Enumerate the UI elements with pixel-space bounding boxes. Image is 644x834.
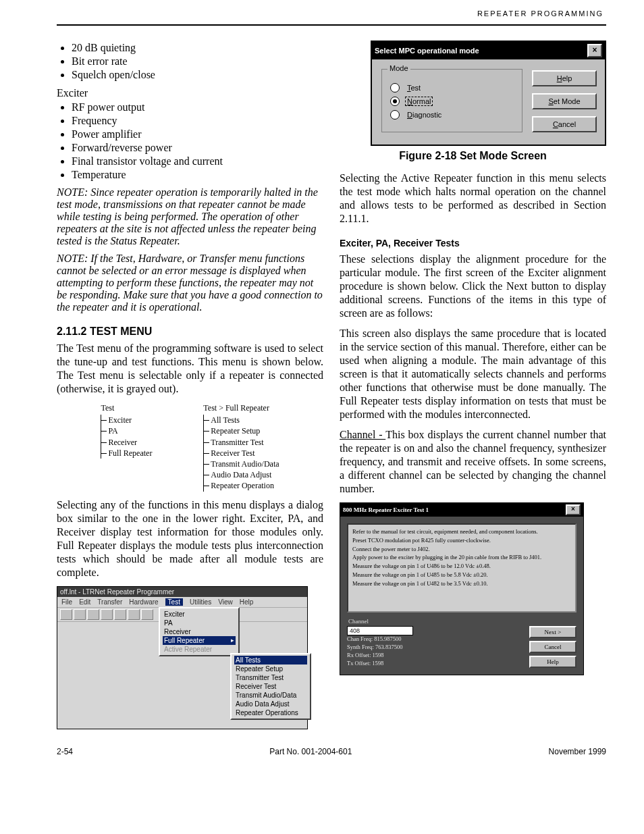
footer-left: 2-54 [57, 747, 73, 756]
list-item: Temperature [72, 169, 323, 181]
radio-icon[interactable] [390, 83, 400, 93]
dropdown-item-active-repeater: Active Repeater [163, 645, 236, 654]
p-active-repeater: Selecting the Active Repeater function i… [340, 172, 606, 226]
submenu-item-all-tests[interactable]: All Tests [234, 656, 307, 664]
list-item: RF power output [72, 101, 323, 113]
note-1: NOTE: Since repeater operation is tempor… [57, 186, 323, 247]
figure-label: Figure 2-18 Set Mode Screen [340, 150, 606, 162]
tree-item: Exciter [101, 415, 132, 425]
instruction-line: Apply power to the exciter by plugging i… [352, 553, 571, 562]
footer-right: November 1999 [549, 747, 606, 756]
list-item: Squelch open/close [72, 69, 323, 81]
radio-icon[interactable] [390, 110, 400, 120]
p-full-body: This screen also displays the same proce… [340, 327, 606, 421]
toolbar-button[interactable] [128, 609, 140, 620]
set-mode-button[interactable]: Set Mode [532, 93, 597, 109]
radio-icon[interactable] [390, 97, 400, 106]
note-2: NOTE: If the Test, Hardware, or Transfer… [57, 253, 323, 313]
radio-normal[interactable]: Normal [390, 97, 514, 106]
menu-edit[interactable]: Edit [79, 598, 90, 606]
dropdown-item-exciter[interactable]: Exciter [163, 610, 236, 619]
submenu-item-tx-audio-data[interactable]: Transmit Audio/Data [234, 691, 307, 700]
submenu-item-repeater-operations[interactable]: Repeater Operations [234, 708, 307, 717]
programmer-menubar[interactable]: File Edit Transfer Hardware Test Utiliti… [57, 597, 307, 608]
exciter-bullets: RF power output Frequency Power amplifie… [57, 101, 323, 181]
synth-freq: Synth Freq: 763.837500 [347, 644, 413, 652]
instruction-line: Measure the voltage on pin 1 of U485 to … [352, 571, 571, 579]
full-repeater-submenu[interactable]: All Tests Repeater Setup Transmitter Tes… [230, 653, 311, 720]
note-label: NOTE: [57, 186, 88, 198]
tree-right-head: Test > Full Repeater [203, 402, 269, 413]
instruction-line: Measure the voltage on pin 1 of U482 to … [352, 579, 571, 588]
chevron-right-icon: ▸ [231, 637, 234, 644]
test-dropdown[interactable]: Exciter PA Receiver Full Repeater▸ Activ… [159, 607, 240, 656]
menu-transfer[interactable]: Transfer [97, 598, 122, 606]
list-item: Bit error rate [72, 55, 323, 68]
menu-view[interactable]: View [218, 598, 233, 606]
instruction-line: Connect the power meter to J402. [352, 545, 571, 554]
close-icon[interactable]: × [566, 504, 581, 515]
submenu-item-repeater-setup[interactable]: Repeater Setup [234, 664, 307, 673]
toolbar-button[interactable] [60, 609, 72, 620]
tree-item: Audio Data Adjust [203, 469, 271, 480]
submenu-item-receiver-test[interactable]: Receiver Test [234, 682, 307, 691]
tree-item: Repeater Operation [203, 480, 274, 491]
page-footer: 2-54 Part No. 001-2004-601 November 1999 [57, 747, 606, 756]
note-label: NOTE: [57, 253, 88, 264]
instruction-line: Measure the voltage on pin 1 of U486 to … [352, 562, 571, 571]
cancel-button[interactable]: Cancel [532, 116, 597, 132]
instruction-line: Refer to the manual for test circuit, eq… [352, 527, 571, 536]
help-button[interactable]: Help [529, 656, 576, 668]
tree-left-head: Test [101, 402, 114, 413]
footer-center: Part No. 001-2004-601 [269, 747, 352, 756]
menu-utilities[interactable]: Utilities [190, 598, 211, 606]
channel-field-label: Channel [348, 618, 576, 625]
programmer-title: off.lnt - LTRNet Repeater Programmer [57, 587, 307, 597]
channel-label: Channel - [340, 429, 385, 440]
note-body: Since repeater operation is temporarily … [57, 186, 318, 246]
channel-input[interactable] [347, 626, 413, 635]
tree-item: Repeater Setup [203, 425, 260, 436]
dialog-title: Select MPC operational mode [375, 47, 479, 55]
toolbar-button[interactable] [101, 609, 113, 620]
submenu-item-transmitter-test[interactable]: Transmitter Test [234, 673, 307, 682]
rx-offset: Rx Offset: 1598 [347, 652, 413, 660]
mode-group: Mode Test Normal Diagnosti [381, 69, 522, 132]
rule [57, 24, 606, 26]
toolbar-button[interactable] [141, 609, 153, 620]
tree-item: Receiver [101, 437, 137, 448]
exciter-test-dialog: 800 MHz Repeater Exciter Test 1 × Refer … [340, 502, 584, 675]
dropdown-item-pa[interactable]: PA [163, 619, 236, 627]
instruction-line: Preset TCXO modulation pot R425 fully co… [352, 536, 571, 545]
exciter-titlebar: 800 MHz Repeater Exciter Test 1 × [340, 503, 583, 517]
dropdown-item-full-repeater[interactable]: Full Repeater▸ [163, 636, 236, 645]
toolbar-button[interactable] [74, 609, 86, 620]
tree-item: Full Repeater [101, 448, 152, 459]
exciter-info: Chan Freq: 815.987500 Synth Freq: 763.83… [347, 635, 413, 668]
sinad-bullets: 20 dB quieting Bit error rate Squelch op… [57, 42, 323, 81]
radio-test[interactable]: Test [390, 83, 514, 93]
menu-help[interactable]: Help [240, 598, 254, 606]
list-item: Frequency [72, 115, 323, 127]
toolbar-button[interactable] [114, 609, 126, 620]
dropdown-item-receiver[interactable]: Receiver [163, 627, 236, 636]
set-mode-dialog: Select MPC operational mode × Mode Test [371, 41, 606, 146]
next-button[interactable]: Next > [529, 626, 576, 638]
submenu-item-audio-data-adjust[interactable]: Audio Data Adjust [234, 700, 307, 708]
sub-title: Exciter, PA, Receiver Tests [340, 238, 606, 249]
exciter-title: 800 MHz Repeater Exciter Test 1 [343, 506, 429, 513]
help-button[interactable]: Help [532, 70, 597, 86]
tx-offset: Tx Offset: 1598 [347, 660, 413, 668]
toolbar-button[interactable] [87, 609, 99, 620]
exciter-heading: Exciter [57, 86, 323, 100]
close-icon[interactable]: × [587, 44, 602, 57]
menu-test[interactable]: Test [165, 598, 183, 606]
radio-diagnostic[interactable]: Diagnostic [390, 110, 514, 120]
cancel-button[interactable]: Cancel [529, 641, 576, 653]
dialog-titlebar: Select MPC operational mode × [372, 42, 605, 59]
menu-file[interactable]: File [61, 598, 72, 606]
tree-item: All Tests [203, 415, 240, 425]
menu-hardware[interactable]: Hardware [129, 598, 158, 606]
list-item: Final transistor voltage and current [72, 155, 323, 167]
menu-tree: Test Exciter PA Receiver Full Repeater T… [57, 402, 323, 492]
